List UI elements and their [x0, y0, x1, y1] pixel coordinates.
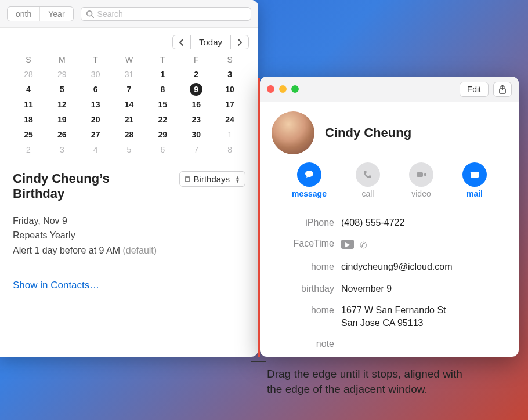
- calendar-window: onth Year Today SMTWTFS 2829303112345678…: [0, 0, 258, 357]
- calendar-week-row: 2526272829301: [12, 127, 247, 142]
- next-button[interactable]: [230, 35, 249, 49]
- calendar-day-cell[interactable]: 28: [113, 127, 146, 142]
- dow-cell: T: [79, 55, 113, 64]
- video-action: video: [409, 162, 433, 198]
- close-button[interactable]: [267, 85, 274, 93]
- view-year-tab[interactable]: Year: [39, 7, 73, 21]
- svg-rect-3: [417, 172, 423, 177]
- facetime-audio-icon[interactable]: ✆: [360, 240, 367, 251]
- calendar-day-cell[interactable]: 9: [179, 82, 213, 97]
- event-repeat-line: Repeats Yearly: [13, 228, 245, 243]
- search-icon: [86, 10, 94, 18]
- today-button[interactable]: Today: [191, 35, 230, 49]
- calendar-day-cell[interactable]: 29: [146, 127, 179, 142]
- calendar-day-cell[interactable]: 21: [113, 112, 146, 127]
- calendar-day-cell[interactable]: 4: [12, 82, 45, 97]
- calendar-day-cell[interactable]: 24: [213, 112, 247, 127]
- info-label: note: [272, 339, 341, 349]
- calendar-day-cell[interactable]: 26: [45, 127, 79, 142]
- info-value[interactable]: 1677 W San Fernando St San Jose CA 95113: [341, 304, 446, 329]
- calendar-day-cell[interactable]: 13: [79, 97, 113, 112]
- calendar-day-cell[interactable]: 30: [79, 67, 113, 82]
- calendar-day-cell[interactable]: 8: [146, 82, 179, 97]
- calendar-day-cell[interactable]: 5: [45, 82, 79, 97]
- window-edge-indicator: [258, 78, 260, 357]
- show-in-contacts-link[interactable]: Show in Contacts…: [13, 280, 99, 291]
- calendar-day-cell[interactable]: 4: [79, 142, 113, 157]
- calendar-week-row: 11121314151617: [12, 97, 247, 112]
- calendar-day-cell[interactable]: 31: [113, 67, 146, 82]
- calendar-day-cell[interactable]: 3: [213, 67, 247, 82]
- calendar-day-cell[interactable]: 11: [12, 97, 45, 112]
- calendar-day-cell[interactable]: 25: [12, 127, 45, 142]
- calendar-day-cell[interactable]: 28: [12, 67, 45, 82]
- event-date-line: Friday, Nov 9: [13, 213, 245, 229]
- video-label: video: [411, 189, 431, 198]
- edit-button[interactable]: Edit: [460, 82, 489, 97]
- calendar-day-cell[interactable]: 3: [45, 142, 79, 157]
- info-value[interactable]: (408) 555-4722: [341, 216, 404, 229]
- calendar-selector-label: Birthdays: [194, 174, 230, 184]
- calendar-week-row: 28293031123: [12, 67, 247, 82]
- calendar-day-cell[interactable]: 27: [79, 127, 113, 142]
- calendar-day-cell[interactable]: 29: [45, 67, 79, 82]
- calendar-day-cell[interactable]: 30: [179, 127, 213, 142]
- mini-calendar: SMTWTFS 28293031123456789101112131415161…: [0, 53, 258, 162]
- info-row-home: homecindycheung9@icloud.com: [272, 256, 507, 278]
- calendar-selector[interactable]: Birthdays ▲▼: [179, 171, 245, 187]
- calendar-day-cell[interactable]: 16: [179, 97, 213, 112]
- event-alert-line: Alert 1 day before at 9 AM (default): [13, 243, 245, 258]
- calendar-day-cell[interactable]: 19: [45, 112, 79, 127]
- event-detail: Cindy Cheung’s Birthday Birthdays ▲▼ Fri…: [0, 162, 258, 300]
- calendar-day-cell[interactable]: 1: [146, 67, 179, 82]
- calendar-day-cell[interactable]: 10: [213, 82, 247, 97]
- calendar-day-cell[interactable]: 7: [179, 142, 213, 157]
- dow-cell: F: [179, 55, 213, 64]
- calendar-day-cell[interactable]: 7: [113, 82, 146, 97]
- view-month-tab[interactable]: onth: [8, 7, 39, 21]
- calendar-day-cell[interactable]: 15: [146, 97, 179, 112]
- message-action[interactable]: message: [292, 162, 327, 198]
- search-input[interactable]: [97, 9, 246, 19]
- calendar-day-cell[interactable]: 12: [45, 97, 79, 112]
- info-row-home: home1677 W San Fernando St San Jose CA 9…: [272, 299, 507, 334]
- mail-action[interactable]: mail: [462, 162, 487, 198]
- calendar-day-cell[interactable]: 17: [213, 97, 247, 112]
- calendar-day-cell[interactable]: 8: [213, 142, 247, 157]
- info-row-FaceTime: FaceTime▶✆: [272, 234, 507, 256]
- maximize-button[interactable]: [291, 85, 299, 93]
- updown-icon: ▲▼: [235, 176, 240, 183]
- video-icon: [409, 162, 433, 187]
- contact-info-list: iPhone(408) 555-4722FaceTime▶✆homecindyc…: [260, 207, 519, 357]
- info-value[interactable]: ▶✆: [341, 240, 367, 251]
- calendar-day-cell[interactable]: 1: [213, 127, 247, 142]
- mail-icon: [462, 162, 487, 187]
- message-label: message: [292, 189, 327, 198]
- prev-button[interactable]: [172, 35, 191, 49]
- calendar-week-row: 45678910: [12, 82, 247, 97]
- calendar-day-cell[interactable]: 20: [79, 112, 113, 127]
- contacts-toolbar: Edit: [260, 77, 519, 102]
- info-label: home: [272, 262, 341, 272]
- calendar-day-cell[interactable]: 5: [113, 142, 146, 157]
- calendar-day-cell[interactable]: 22: [146, 112, 179, 127]
- calendar-color-swatch: [185, 176, 190, 182]
- calendar-day-cell[interactable]: 2: [179, 67, 213, 82]
- calendar-day-cell[interactable]: 6: [79, 82, 113, 97]
- info-value[interactable]: November 9: [341, 283, 392, 295]
- info-value[interactable]: cindycheung9@icloud.com: [341, 260, 452, 273]
- search-field[interactable]: [81, 7, 251, 21]
- share-icon: [498, 85, 507, 94]
- calendar-day-cell[interactable]: 6: [146, 142, 179, 157]
- call-label: call: [361, 189, 374, 198]
- calendar-day-cell[interactable]: 14: [113, 97, 146, 112]
- calendar-day-cell[interactable]: 2: [12, 142, 45, 157]
- minimize-button[interactable]: [279, 85, 287, 93]
- facetime-video-icon[interactable]: ▶: [341, 240, 354, 249]
- view-segmented-control[interactable]: onth Year: [7, 6, 74, 21]
- calendar-day-cell[interactable]: 23: [179, 112, 213, 127]
- contact-avatar[interactable]: [272, 111, 314, 154]
- calendar-day-cell[interactable]: 18: [12, 112, 45, 127]
- share-button[interactable]: [493, 82, 512, 97]
- event-title: Cindy Cheung’s Birthday: [13, 171, 146, 202]
